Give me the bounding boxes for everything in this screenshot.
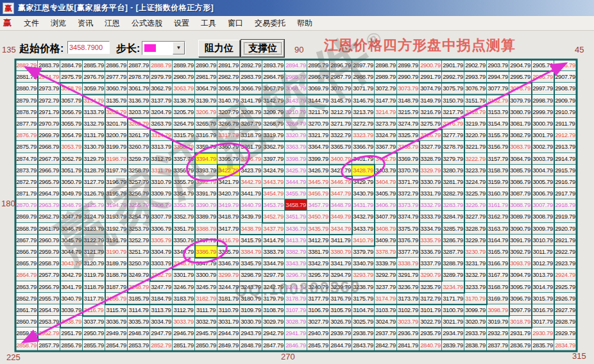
menu-item-1[interactable]: 文件 (18, 17, 45, 30)
grid-cell: 3042.79 (60, 269, 83, 281)
grid-cell: 3435.79 (307, 223, 330, 235)
grid-cell: 3120.79 (83, 258, 105, 269)
grid-cell: 3394.79 (195, 153, 217, 165)
grid-cell: 3300.79 (195, 269, 217, 281)
grid-cell: 3373.79 (397, 199, 420, 211)
grid-cell: 3279.79 (442, 153, 464, 165)
grid-cell: 3319.79 (262, 129, 285, 141)
grid-cell: 2997.79 (532, 83, 554, 94)
grid-cell: 2893.79 (262, 60, 285, 71)
grid-cell: 3030.79 (240, 316, 262, 327)
grid-cell: 2966.79 (38, 165, 60, 176)
grid-cell: 3335.79 (420, 235, 442, 246)
grid-cell: 2946.79 (173, 327, 195, 339)
grid-cell: 3286.79 (442, 235, 464, 246)
grid-cell: 3175.79 (352, 293, 375, 304)
grid-cell: 2911.79 (554, 118, 577, 129)
grid-cell: 3063.79 (173, 83, 195, 94)
grid-cell: 2901.79 (442, 60, 464, 71)
grid-cell: 3443.79 (262, 176, 285, 188)
grid-cell: 3417.79 (217, 223, 240, 235)
grid-cell: 3413.79 (285, 235, 307, 246)
grid-cell: 2945.79 (195, 327, 217, 339)
grid-cell: 3231.79 (464, 258, 487, 269)
grid-cell: 3288.79 (442, 258, 464, 269)
grid-cell: 2894.79 (285, 60, 307, 71)
menu-item-4[interactable]: 江恩 (99, 17, 126, 30)
grid-cell: 2835.79 (532, 340, 554, 351)
grid-cell: 3351.79 (173, 223, 195, 235)
grid-cell: 2874.79 (15, 153, 38, 165)
menu-item-6[interactable]: 设置 (168, 17, 195, 30)
grid-cell: 3265.79 (195, 118, 217, 129)
grid-cell: 3032.79 (195, 316, 217, 327)
grid-cell: 3375.79 (397, 223, 420, 235)
grid-cell: 3249.79 (128, 269, 150, 281)
menu-item-10[interactable]: 帮助 (291, 17, 318, 30)
grid-cell: 3186.79 (105, 293, 128, 304)
grid-cell: 3197.79 (105, 165, 128, 176)
grid-cell: 3018.79 (509, 316, 532, 327)
grid-cell: 2952.79 (38, 327, 60, 339)
focus-rect (244, 42, 282, 54)
step-color-dropdown[interactable]: ▼ (142, 41, 185, 55)
grid-cell: 2974.79 (38, 71, 60, 83)
grid-cell: 3169.79 (487, 293, 509, 304)
grid-cell: 3277.79 (442, 129, 464, 141)
grid-cell: 3448.79 (330, 199, 352, 211)
grid-cell: 3028.79 (285, 316, 307, 327)
menu-item-3[interactable]: 资讯 (72, 17, 99, 30)
grid-cell: 3275.79 (420, 118, 442, 129)
grid-cell: 2836.79 (509, 340, 532, 351)
grid-cell: 2954.79 (38, 304, 60, 316)
grid-cell: 3427.79 (330, 165, 352, 176)
grid-cell: 2995.79 (509, 71, 532, 83)
support-button[interactable]: 支撑位 (241, 40, 284, 57)
grid-cell: 2872.79 (15, 176, 38, 188)
menu-item-2[interactable]: 浏览 (45, 17, 72, 30)
chevron-down-icon[interactable]: ▼ (173, 42, 185, 54)
grid-cell: 3260.79 (128, 141, 150, 153)
menu-item-5[interactable]: 公式选股 (126, 17, 168, 30)
grid-cell: 3378.79 (375, 246, 397, 258)
grid-cell: 3104.79 (352, 304, 375, 316)
grid-cell: 3376.79 (397, 235, 420, 246)
menu-item-9[interactable]: 交易委托 (249, 17, 291, 30)
grid-cell: 3397.79 (262, 153, 285, 165)
grid-cell: 2922.79 (554, 246, 577, 258)
grid-cell: 3190.79 (105, 246, 128, 258)
menu-item-7[interactable]: 工具 (195, 17, 222, 30)
grid-cell: 2960.79 (38, 235, 60, 246)
grid-cell: 3140.79 (217, 95, 240, 106)
grid-cell: 3388.79 (195, 223, 217, 235)
grid-cell: 3273.79 (375, 118, 397, 129)
grid-cell: 3138.79 (173, 95, 195, 106)
grid-cell: 3280.79 (442, 165, 464, 176)
grid-cell: 3025.79 (352, 316, 375, 327)
grid-cell: 3398.79 (285, 153, 307, 165)
grid-cell: 3221.79 (464, 141, 487, 153)
grid-cell: 3194.79 (105, 199, 128, 211)
grid-cell: 3027.79 (307, 316, 330, 327)
grid-cell: 3447.79 (330, 188, 352, 199)
grid-cell: 3353.79 (173, 199, 195, 211)
grid-cell: 3214.79 (375, 106, 397, 118)
grid-cell: 3177.79 (307, 293, 330, 304)
menu-item-8[interactable]: 窗口 (222, 17, 249, 30)
grid-cell: 3054.79 (60, 129, 83, 141)
grid-cell: 2948.79 (128, 327, 150, 339)
grid-cell: 3130.79 (83, 141, 105, 153)
start-price-input[interactable] (67, 41, 110, 54)
grid-cell: 3263.79 (150, 118, 173, 129)
grid-cell: 3088.79 (509, 199, 532, 211)
grid-cell: 3355.79 (173, 176, 195, 188)
resistance-button[interactable]: 阻力位 (198, 40, 240, 57)
grid-cell: 3339.79 (375, 258, 397, 269)
grid-cell: 3199.79 (105, 141, 128, 153)
grid-cell: 3136.79 (128, 95, 150, 106)
grid-cell: 3020.79 (464, 316, 487, 327)
grid-cell: 3188.79 (105, 269, 128, 281)
grid-cell: 2847.79 (262, 340, 285, 351)
grid-cell: 3312.79 (150, 153, 173, 165)
grid-cell: 3039.79 (60, 304, 83, 316)
